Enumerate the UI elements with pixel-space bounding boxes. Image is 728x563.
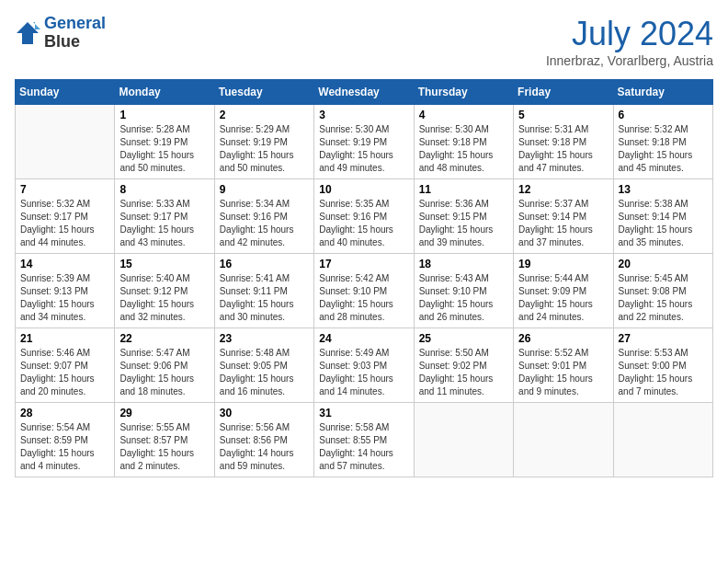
calendar-cell: 11Sunrise: 5:36 AM Sunset: 9:15 PM Dayli… [414, 179, 513, 254]
calendar-cell: 21Sunrise: 5:46 AM Sunset: 9:07 PM Dayli… [16, 328, 115, 403]
day-info: Sunrise: 5:41 AM Sunset: 9:11 PM Dayligh… [220, 272, 309, 324]
month-title: July 2024 [546, 15, 713, 53]
day-info: Sunrise: 5:36 AM Sunset: 9:15 PM Dayligh… [419, 198, 508, 249]
weekday-header-monday: Monday [115, 80, 214, 105]
logo-line1: General [44, 14, 106, 32]
day-info: Sunrise: 5:48 AM Sunset: 9:05 PM Dayligh… [220, 347, 309, 398]
calendar-cell: 19Sunrise: 5:44 AM Sunset: 9:09 PM Dayli… [514, 254, 613, 328]
calendar-cell [414, 403, 513, 477]
day-info: Sunrise: 5:42 AM Sunset: 9:10 PM Dayligh… [319, 272, 408, 324]
day-info: Sunrise: 5:40 AM Sunset: 9:12 PM Dayligh… [119, 272, 209, 324]
calendar-cell: 24Sunrise: 5:49 AM Sunset: 9:03 PM Dayli… [314, 328, 414, 403]
day-number: 18 [419, 258, 508, 270]
weekday-header-row: SundayMondayTuesdayWednesdayThursdayFrid… [16, 80, 713, 105]
day-number: 26 [518, 332, 608, 345]
calendar-cell: 1Sunrise: 5:28 AM Sunset: 9:19 PM Daylig… [115, 105, 214, 179]
day-number: 5 [518, 109, 608, 121]
logo-line2: Blue [44, 33, 106, 52]
day-info: Sunrise: 5:35 AM Sunset: 9:16 PM Dayligh… [319, 198, 408, 249]
calendar-cell: 16Sunrise: 5:41 AM Sunset: 9:11 PM Dayli… [214, 254, 313, 328]
weekday-header-thursday: Thursday [414, 80, 513, 105]
week-row-1: 7Sunrise: 5:32 AM Sunset: 9:17 PM Daylig… [16, 179, 713, 254]
day-number: 14 [20, 258, 109, 270]
calendar-cell: 31Sunrise: 5:58 AM Sunset: 8:55 PM Dayli… [314, 403, 414, 477]
calendar-cell: 8Sunrise: 5:33 AM Sunset: 9:17 PM Daylig… [115, 179, 214, 254]
calendar-table: SundayMondayTuesdayWednesdayThursdayFrid… [15, 79, 713, 477]
calendar-cell: 12Sunrise: 5:37 AM Sunset: 9:14 PM Dayli… [514, 179, 613, 254]
day-number: 13 [619, 183, 708, 196]
weekday-header-friday: Friday [514, 80, 613, 105]
week-row-3: 21Sunrise: 5:46 AM Sunset: 9:07 PM Dayli… [16, 328, 713, 403]
calendar-cell: 17Sunrise: 5:42 AM Sunset: 9:10 PM Dayli… [314, 254, 414, 328]
day-info: Sunrise: 5:43 AM Sunset: 9:10 PM Dayligh… [419, 272, 508, 324]
day-info: Sunrise: 5:32 AM Sunset: 9:18 PM Dayligh… [619, 123, 708, 175]
day-info: Sunrise: 5:50 AM Sunset: 9:02 PM Dayligh… [419, 347, 508, 398]
day-number: 23 [220, 332, 309, 345]
weekday-header-wednesday: Wednesday [314, 80, 414, 105]
day-number: 12 [518, 183, 608, 196]
day-number: 4 [419, 109, 508, 121]
calendar-cell: 10Sunrise: 5:35 AM Sunset: 9:16 PM Dayli… [314, 179, 414, 254]
week-row-2: 14Sunrise: 5:39 AM Sunset: 9:13 PM Dayli… [16, 254, 713, 328]
calendar-cell: 4Sunrise: 5:30 AM Sunset: 9:18 PM Daylig… [414, 105, 513, 179]
week-row-4: 28Sunrise: 5:54 AM Sunset: 8:59 PM Dayli… [16, 403, 713, 477]
day-number: 7 [20, 183, 109, 196]
day-number: 15 [119, 258, 209, 270]
day-info: Sunrise: 5:31 AM Sunset: 9:18 PM Dayligh… [518, 123, 608, 175]
calendar-cell: 15Sunrise: 5:40 AM Sunset: 9:12 PM Dayli… [115, 254, 214, 328]
weekday-header-tuesday: Tuesday [214, 80, 313, 105]
day-info: Sunrise: 5:34 AM Sunset: 9:16 PM Dayligh… [220, 198, 309, 249]
page-header: General Blue July 2024 Innerbraz, Vorarl… [15, 15, 713, 68]
day-number: 24 [319, 332, 408, 345]
title-block: July 2024 Innerbraz, Vorarlberg, Austria [546, 15, 713, 68]
day-info: Sunrise: 5:45 AM Sunset: 9:08 PM Dayligh… [619, 272, 708, 324]
calendar-cell: 25Sunrise: 5:50 AM Sunset: 9:02 PM Dayli… [414, 328, 513, 403]
day-info: Sunrise: 5:58 AM Sunset: 8:55 PM Dayligh… [319, 421, 408, 473]
logo-text: General Blue [44, 15, 106, 52]
day-number: 30 [220, 407, 309, 419]
day-info: Sunrise: 5:30 AM Sunset: 9:19 PM Dayligh… [319, 123, 408, 175]
day-number: 21 [20, 332, 109, 345]
day-info: Sunrise: 5:28 AM Sunset: 9:19 PM Dayligh… [119, 123, 209, 175]
day-number: 22 [119, 332, 209, 345]
calendar-cell: 7Sunrise: 5:32 AM Sunset: 9:17 PM Daylig… [16, 179, 115, 254]
calendar-cell: 26Sunrise: 5:52 AM Sunset: 9:01 PM Dayli… [514, 328, 613, 403]
day-info: Sunrise: 5:33 AM Sunset: 9:17 PM Dayligh… [119, 198, 209, 249]
calendar-cell: 28Sunrise: 5:54 AM Sunset: 8:59 PM Dayli… [16, 403, 115, 477]
calendar-cell: 2Sunrise: 5:29 AM Sunset: 9:19 PM Daylig… [214, 105, 313, 179]
day-number: 11 [419, 183, 508, 196]
day-info: Sunrise: 5:38 AM Sunset: 9:14 PM Dayligh… [619, 198, 708, 249]
logo: General Blue [15, 15, 106, 52]
weekday-header-saturday: Saturday [613, 80, 712, 105]
day-info: Sunrise: 5:30 AM Sunset: 9:18 PM Dayligh… [419, 123, 508, 175]
calendar-cell: 3Sunrise: 5:30 AM Sunset: 9:19 PM Daylig… [314, 105, 414, 179]
calendar-cell: 27Sunrise: 5:53 AM Sunset: 9:00 PM Dayli… [613, 328, 712, 403]
day-number: 20 [619, 258, 708, 270]
day-number: 31 [319, 407, 408, 419]
calendar-cell: 23Sunrise: 5:48 AM Sunset: 9:05 PM Dayli… [214, 328, 313, 403]
calendar-cell: 29Sunrise: 5:55 AM Sunset: 8:57 PM Dayli… [115, 403, 214, 477]
calendar-cell: 18Sunrise: 5:43 AM Sunset: 9:10 PM Dayli… [414, 254, 513, 328]
day-info: Sunrise: 5:44 AM Sunset: 9:09 PM Dayligh… [518, 272, 608, 324]
day-number: 16 [220, 258, 309, 270]
calendar-cell [16, 105, 115, 179]
day-info: Sunrise: 5:49 AM Sunset: 9:03 PM Dayligh… [319, 347, 408, 398]
day-info: Sunrise: 5:52 AM Sunset: 9:01 PM Dayligh… [518, 347, 608, 398]
day-number: 29 [119, 407, 209, 419]
calendar-cell: 5Sunrise: 5:31 AM Sunset: 9:18 PM Daylig… [514, 105, 613, 179]
day-info: Sunrise: 5:55 AM Sunset: 8:57 PM Dayligh… [119, 421, 209, 473]
day-info: Sunrise: 5:29 AM Sunset: 9:19 PM Dayligh… [220, 123, 309, 175]
calendar-cell: 13Sunrise: 5:38 AM Sunset: 9:14 PM Dayli… [613, 179, 712, 254]
day-info: Sunrise: 5:46 AM Sunset: 9:07 PM Dayligh… [20, 347, 109, 398]
calendar-cell: 14Sunrise: 5:39 AM Sunset: 9:13 PM Dayli… [16, 254, 115, 328]
day-info: Sunrise: 5:32 AM Sunset: 9:17 PM Dayligh… [20, 198, 109, 249]
weekday-header-sunday: Sunday [16, 80, 115, 105]
svg-marker-1 [33, 22, 40, 29]
day-number: 2 [220, 109, 309, 121]
day-number: 27 [619, 332, 708, 345]
day-number: 28 [20, 407, 109, 419]
day-info: Sunrise: 5:39 AM Sunset: 9:13 PM Dayligh… [20, 272, 109, 324]
location-subtitle: Innerbraz, Vorarlberg, Austria [546, 53, 713, 68]
day-info: Sunrise: 5:47 AM Sunset: 9:06 PM Dayligh… [119, 347, 209, 398]
day-number: 19 [518, 258, 608, 270]
